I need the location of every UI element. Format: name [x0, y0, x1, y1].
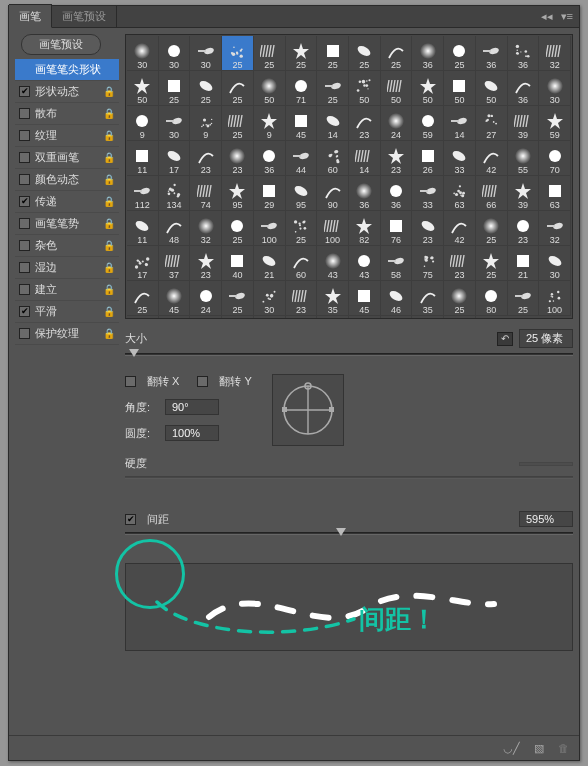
brush-swatch[interactable]: 45	[381, 316, 413, 319]
brush-swatch[interactable]: 58	[381, 246, 413, 281]
brush-swatch[interactable]: 14	[349, 141, 381, 176]
sidebar-checkbox[interactable]	[19, 306, 30, 317]
brush-swatch[interactable]: 95	[286, 176, 318, 211]
flip-x-checkbox[interactable]	[125, 376, 136, 387]
brush-swatch[interactable]: 37	[159, 246, 191, 281]
brush-grid[interactable]: 3030302525252525253625363632502525255071…	[125, 34, 573, 319]
brush-swatch[interactable]: 24	[381, 106, 413, 141]
brush-swatch[interactable]: 39	[508, 106, 540, 141]
brush-swatch[interactable]: 25	[444, 281, 476, 316]
brush-swatch[interactable]: 25	[349, 36, 381, 71]
brush-preset-button[interactable]: 画笔预设	[21, 34, 101, 55]
brush-swatch[interactable]: 17	[159, 141, 191, 176]
brush-swatch[interactable]: 50	[381, 71, 413, 106]
brush-swatch[interactable]: 25	[476, 246, 508, 281]
brush-swatch[interactable]: 36	[381, 176, 413, 211]
brush-swatch[interactable]: 25	[286, 36, 318, 71]
brush-swatch[interactable]: 30	[539, 71, 571, 106]
brush-swatch[interactable]: 25	[286, 211, 318, 246]
brush-swatch[interactable]: 63	[539, 176, 571, 211]
sidebar-item-10[interactable]: 建立🔒	[15, 279, 119, 301]
brush-swatch[interactable]: 50	[349, 71, 381, 106]
roundness-input[interactable]: 100%	[165, 425, 219, 441]
tab-brush-preset[interactable]: 画笔预设	[52, 5, 117, 27]
brush-swatch[interactable]: 23	[190, 141, 222, 176]
brush-swatch[interactable]: 17	[127, 246, 159, 281]
brush-swatch[interactable]: 59	[412, 106, 444, 141]
brush-swatch[interactable]: 50	[444, 71, 476, 106]
size-input[interactable]: 25 像素	[519, 329, 573, 348]
lock-icon[interactable]: 🔒	[103, 108, 115, 119]
sidebar-item-11[interactable]: 平滑🔒	[15, 301, 119, 323]
brush-swatch[interactable]: 9	[190, 106, 222, 141]
brush-swatch[interactable]: 21	[508, 246, 540, 281]
size-slider[interactable]	[125, 350, 573, 360]
sidebar-item-12[interactable]: 保护纹理🔒	[15, 323, 119, 345]
brush-swatch[interactable]: 23	[508, 211, 540, 246]
brush-swatch[interactable]: 95	[222, 176, 254, 211]
brush-swatch[interactable]: 36	[508, 36, 540, 71]
sidebar-item-4[interactable]: 双重画笔🔒	[15, 147, 119, 169]
brush-swatch[interactable]: 30	[190, 36, 222, 71]
brush-swatch[interactable]: 25	[317, 71, 349, 106]
sidebar-checkbox[interactable]	[19, 108, 30, 119]
sidebar-item-1[interactable]: 形状动态🔒	[15, 81, 119, 103]
sidebar-checkbox[interactable]	[19, 152, 30, 163]
brush-swatch[interactable]: 66	[476, 176, 508, 211]
brush-swatch[interactable]: 50	[254, 71, 286, 106]
lock-icon[interactable]: 🔒	[103, 328, 115, 339]
lock-icon[interactable]: 🔒	[103, 174, 115, 185]
brush-swatch[interactable]: 27	[476, 106, 508, 141]
brush-swatch[interactable]: 82	[349, 211, 381, 246]
sidebar-item-3[interactable]: 纹理🔒	[15, 125, 119, 147]
brush-swatch[interactable]: 11	[127, 141, 159, 176]
brush-swatch[interactable]: 32	[539, 36, 571, 71]
lock-icon[interactable]: 🔒	[103, 306, 115, 317]
brush-swatch[interactable]: 25	[159, 316, 191, 319]
sidebar-checkbox[interactable]	[19, 284, 30, 295]
brush-swatch[interactable]: 25	[286, 316, 318, 319]
brush-swatch[interactable]: 35	[127, 316, 159, 319]
brush-swatch[interactable]: 36	[476, 36, 508, 71]
brush-swatch[interactable]: 134	[159, 176, 191, 211]
flip-y-checkbox[interactable]	[197, 376, 208, 387]
sidebar-checkbox[interactable]	[19, 86, 30, 97]
brush-swatch[interactable]: 14	[444, 106, 476, 141]
brush-swatch[interactable]: 25	[254, 36, 286, 71]
trash-icon[interactable]: 🗑	[558, 742, 569, 754]
brush-swatch[interactable]: 43	[349, 246, 381, 281]
lock-icon[interactable]: 🔒	[103, 130, 115, 141]
brush-swatch[interactable]: 25	[127, 281, 159, 316]
brush-swatch[interactable]: 46	[381, 281, 413, 316]
sidebar-item-8[interactable]: 杂色🔒	[15, 235, 119, 257]
brush-swatch[interactable]: 30	[159, 36, 191, 71]
brush-swatch[interactable]: 10	[349, 316, 381, 319]
angle-input[interactable]: 90°	[165, 399, 219, 415]
brush-swatch[interactable]: 33	[444, 141, 476, 176]
brush-swatch[interactable]: 32	[539, 211, 571, 246]
brush-swatch[interactable]: 25	[190, 71, 222, 106]
brush-swatch[interactable]: 90	[317, 176, 349, 211]
spacing-checkbox[interactable]	[125, 514, 136, 525]
new-icon[interactable]: ▧	[534, 742, 544, 755]
lock-icon[interactable]: 🔒	[103, 262, 115, 273]
sidebar-checkbox[interactable]	[19, 240, 30, 251]
brush-swatch[interactable]: 35	[317, 281, 349, 316]
brush-swatch[interactable]: 45	[286, 106, 318, 141]
brush-swatch[interactable]: 23	[286, 281, 318, 316]
brush-swatch[interactable]: 23	[190, 246, 222, 281]
brush-swatch[interactable]: 13	[444, 316, 476, 319]
brush-swatch[interactable]: 112	[127, 176, 159, 211]
reset-size-icon[interactable]: ↶	[497, 332, 513, 346]
sidebar-checkbox[interactable]	[19, 218, 30, 229]
brush-swatch[interactable]: 24	[190, 281, 222, 316]
brush-swatch[interactable]: 76	[381, 211, 413, 246]
brush-swatch[interactable]: 36	[508, 71, 540, 106]
lock-icon[interactable]: 🔒	[103, 86, 115, 97]
brush-swatch[interactable]: 45	[349, 281, 381, 316]
brush-swatch[interactable]: 29	[254, 176, 286, 211]
lock-icon[interactable]: 🔒	[103, 218, 115, 229]
brush-swatch[interactable]: 43	[317, 246, 349, 281]
collapse-icon[interactable]: ◂◂	[541, 10, 553, 23]
brush-swatch[interactable]: 25	[222, 281, 254, 316]
